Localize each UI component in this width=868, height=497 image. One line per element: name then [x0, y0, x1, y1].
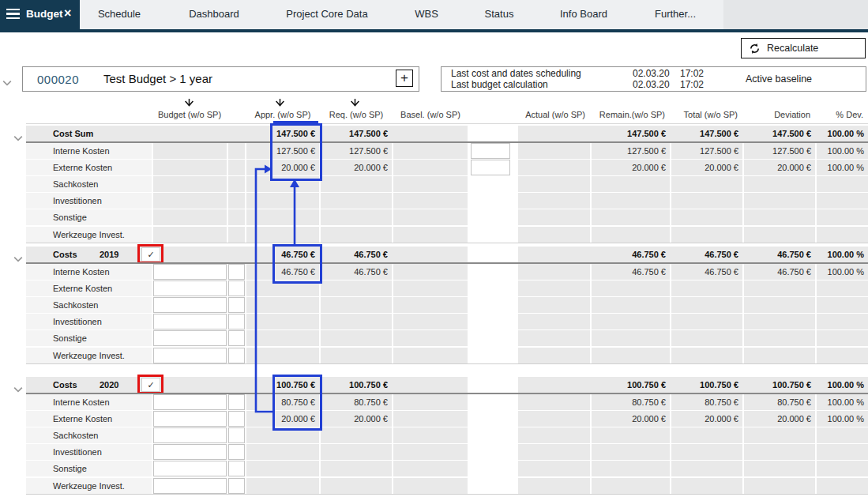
- cell-basel[interactable]: [393, 160, 468, 175]
- sum-value-dev[interactable]: 46.750 €: [744, 247, 815, 262]
- filter-icon[interactable]: [275, 97, 286, 108]
- row-label[interactable]: Sonstige: [26, 330, 152, 346]
- cell-total[interactable]: [671, 427, 742, 443]
- section-expand-chevron-icon[interactable]: [13, 382, 23, 388]
- cell-pdev[interactable]: 100.00 %: [817, 160, 868, 175]
- cell-budget[interactable]: [153, 314, 227, 329]
- cell-req[interactable]: [321, 281, 392, 296]
- cell-pdev[interactable]: [817, 478, 868, 494]
- project-id[interactable]: 000020: [37, 73, 79, 86]
- cell-req[interactable]: [321, 461, 392, 476]
- cell-dev[interactable]: 20.000 €: [744, 411, 815, 427]
- cell-pdev[interactable]: 100.00 %: [817, 143, 868, 159]
- cell-budget[interactable]: [153, 227, 227, 243]
- cell-basel[interactable]: [393, 176, 468, 192]
- sum-value-pdev[interactable]: 100.00 %: [817, 126, 868, 141]
- cell-appr[interactable]: [246, 281, 319, 296]
- cell-budget[interactable]: [153, 330, 227, 346]
- cell-appr[interactable]: [246, 209, 319, 225]
- cell-narrow[interactable]: [228, 209, 245, 225]
- column-header-2[interactable]: Appr. (w/o SP): [255, 110, 311, 121]
- row-label[interactable]: Werkzeuge Invest.: [26, 348, 152, 363]
- row-label[interactable]: Externe Kosten: [26, 160, 152, 175]
- cell-basel[interactable]: [393, 461, 468, 476]
- cell-budget[interactable]: [153, 160, 227, 175]
- cell-req[interactable]: [321, 227, 392, 243]
- row-label[interactable]: Interne Kosten: [26, 264, 152, 280]
- tab-further[interactable]: Further...: [655, 8, 696, 20]
- cell-pdev[interactable]: 100.00 %: [817, 264, 868, 280]
- cell-budget[interactable]: [153, 143, 227, 159]
- cell-total[interactable]: [671, 461, 742, 476]
- sum-value-appr[interactable]: 147.500 €: [246, 126, 319, 141]
- column-header-3[interactable]: Req. (w/o SP): [329, 110, 383, 121]
- cell-remain[interactable]: [592, 297, 670, 313]
- cell-pdev[interactable]: [817, 330, 868, 346]
- cell-appr[interactable]: [246, 348, 319, 363]
- cell-budget[interactable]: [153, 394, 227, 410]
- cell-appr[interactable]: 127.500 €: [246, 143, 319, 159]
- cell-dev[interactable]: [744, 176, 815, 192]
- add-button[interactable]: +: [396, 70, 413, 87]
- cell-budget[interactable]: [153, 427, 227, 443]
- recalculate-button[interactable]: Recalculate: [741, 38, 866, 58]
- cell-narrow[interactable]: [228, 143, 245, 159]
- cell-req[interactable]: [321, 330, 392, 346]
- cell-req[interactable]: [321, 427, 392, 443]
- cell-dev[interactable]: [744, 427, 815, 443]
- cell-req[interactable]: 20.000 €: [321, 160, 392, 175]
- cell-total[interactable]: [671, 227, 742, 243]
- cell-total[interactable]: [671, 209, 742, 225]
- cell-remain[interactable]: [592, 176, 670, 192]
- cell-total[interactable]: [671, 444, 742, 460]
- cell-basel[interactable]: [393, 330, 468, 346]
- project-name[interactable]: Test Budget > 1 year: [103, 72, 212, 85]
- cell-appr[interactable]: [246, 444, 319, 460]
- cell-remain[interactable]: [592, 444, 670, 460]
- cell-actual[interactable]: [518, 160, 590, 175]
- tab-status[interactable]: Status: [485, 8, 514, 20]
- cell-total[interactable]: [671, 176, 742, 192]
- cell-budget[interactable]: [153, 193, 227, 209]
- cell-remain[interactable]: [592, 281, 670, 296]
- cell-pdev[interactable]: [817, 209, 868, 225]
- cell-remain[interactable]: [592, 314, 670, 329]
- cell-dev[interactable]: 80.750 €: [744, 394, 815, 410]
- cell-pdev[interactable]: [817, 176, 868, 192]
- cell-total[interactable]: 20.000 €: [671, 411, 742, 427]
- tab-wbs[interactable]: WBS: [415, 8, 438, 20]
- tab-info-board[interactable]: Info Board: [560, 8, 607, 20]
- column-header-1[interactable]: Budget (w/o SP): [158, 110, 221, 121]
- cell-dev[interactable]: [744, 314, 815, 329]
- cell-appr[interactable]: 46.750 €: [246, 264, 319, 280]
- cell-narrow[interactable]: [228, 264, 245, 280]
- cell-remain[interactable]: [592, 478, 670, 494]
- cell-budget[interactable]: [153, 176, 227, 192]
- cell-narrow[interactable]: [228, 160, 245, 175]
- cell-actual[interactable]: [518, 444, 590, 460]
- cell-total[interactable]: [671, 330, 742, 346]
- cell-pdev[interactable]: [817, 427, 868, 443]
- sum-value-pdev[interactable]: 100.00 %: [817, 247, 868, 262]
- cell-actual[interactable]: [518, 209, 590, 225]
- cell-actual[interactable]: [518, 176, 590, 192]
- cell-budget[interactable]: [153, 348, 227, 363]
- cell-remain[interactable]: 127.500 €: [592, 143, 670, 159]
- cell-narrow[interactable]: [228, 348, 245, 363]
- cell-appr[interactable]: 20.000 €: [246, 411, 319, 427]
- tab-budget-active[interactable]: Budget ×: [0, 0, 80, 29]
- cell-pdev[interactable]: [817, 314, 868, 329]
- cell-appr[interactable]: [246, 461, 319, 476]
- cell-budget[interactable]: [153, 478, 227, 494]
- cell-actual[interactable]: [518, 143, 590, 159]
- cell-budget[interactable]: [153, 264, 227, 280]
- cell-req[interactable]: [321, 297, 392, 313]
- cell-pdev[interactable]: [817, 227, 868, 243]
- sum-value-total[interactable]: 147.500 €: [671, 126, 742, 141]
- section-expand-chevron-icon[interactable]: [13, 130, 23, 137]
- close-icon[interactable]: ×: [64, 6, 71, 21]
- cell-appr[interactable]: [246, 176, 319, 192]
- cell-actual[interactable]: [518, 348, 590, 363]
- cell-basel[interactable]: [393, 193, 468, 209]
- filter-icon[interactable]: [184, 97, 195, 108]
